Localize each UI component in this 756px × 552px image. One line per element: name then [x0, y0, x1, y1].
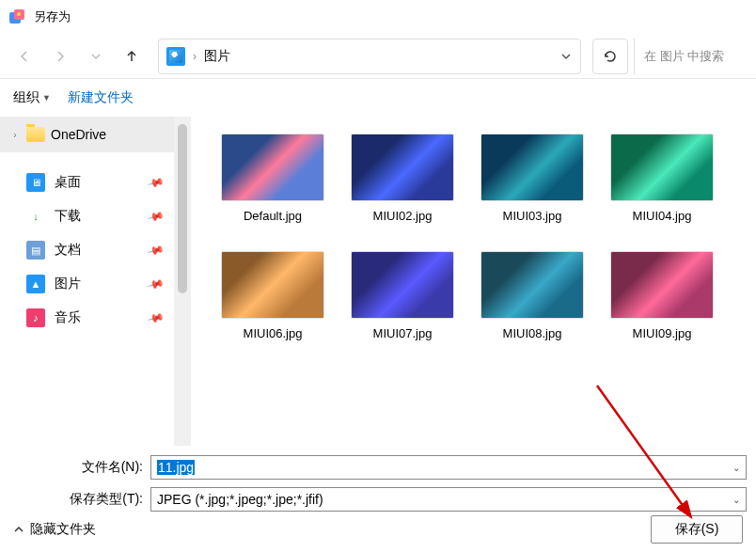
file-item[interactable]: MIUI06.jpg — [208, 251, 338, 340]
breadcrumb-separator-icon: › — [193, 50, 197, 63]
folder-icon — [26, 127, 45, 142]
hide-folders-button[interactable]: 隐藏文件夹 — [13, 521, 96, 538]
file-thumbnail — [351, 134, 454, 201]
file-name: MIUI06.jpg — [244, 326, 303, 340]
sidebar-icon: ▲ — [26, 275, 45, 293]
sidebar-item[interactable]: ♪音乐📌 — [0, 301, 174, 335]
file-item[interactable]: MIUI03.jpg — [467, 134, 597, 223]
file-name: MIUI02.jpg — [373, 209, 433, 223]
chevron-down-icon[interactable]: ⌄ — [732, 495, 740, 505]
recent-dropdown[interactable] — [81, 41, 111, 71]
filename-input[interactable]: 11.jpg ⌄ — [150, 455, 747, 480]
sidebar-item-label: 下载 — [55, 208, 81, 225]
refresh-button[interactable] — [592, 39, 628, 74]
sidebar-item-label: 桌面 — [55, 174, 81, 191]
sidebar-scrollbar[interactable] — [174, 117, 191, 446]
sidebar-icon: ▤ — [26, 241, 45, 260]
chevron-up-icon — [13, 524, 24, 535]
file-item[interactable]: MIUI09.jpg — [597, 251, 727, 340]
file-name: MIUI08.jpg — [503, 326, 562, 340]
chevron-down-icon[interactable]: ⌄ — [732, 463, 740, 473]
file-item[interactable]: MIUI02.jpg — [338, 134, 467, 223]
pin-icon: 📌 — [147, 207, 165, 226]
save-button[interactable]: 保存(S) — [651, 515, 743, 544]
sidebar-item[interactable]: ▤文档📌 — [0, 233, 174, 267]
sidebar: › OneDrive 🖥桌面📌↓下载📌▤文档📌▲图片📌♪音乐📌 — [0, 117, 174, 446]
sidebar-icon: ↓ — [26, 207, 45, 226]
window-title: 另存为 — [34, 8, 71, 25]
chevron-down-icon[interactable] — [559, 50, 573, 63]
file-item[interactable]: Default.jpg — [208, 134, 338, 223]
pin-icon: 📌 — [147, 275, 165, 293]
back-button[interactable] — [9, 41, 39, 71]
file-thumbnail — [610, 134, 714, 201]
nav-row: › 图片 在 图片 中搜索 — [0, 34, 756, 79]
file-name: Default.jpg — [244, 209, 302, 223]
file-thumbnail — [480, 134, 584, 201]
filetype-value: JPEG (*.jpg;*.jpeg;*.jpe;*.jfif) — [157, 492, 323, 507]
sidebar-item-label: 音乐 — [55, 309, 81, 326]
address-bar[interactable]: › 图片 — [158, 39, 581, 74]
sidebar-item-label: 图片 — [55, 276, 81, 292]
file-thumbnail — [480, 251, 584, 319]
sidebar-item[interactable]: ▲图片📌 — [0, 267, 174, 301]
pin-icon: 📌 — [147, 241, 165, 260]
new-folder-button[interactable]: 新建文件夹 — [68, 89, 134, 106]
search-input[interactable]: 在 图片 中搜索 — [634, 39, 747, 74]
scrollbar-thumb[interactable] — [178, 124, 187, 293]
pin-icon: 📌 — [147, 308, 165, 327]
file-item[interactable]: MIUI07.jpg — [338, 251, 467, 340]
toolbar: 组织 ▼ 新建文件夹 — [0, 79, 756, 117]
file-thumbnail — [351, 251, 454, 319]
filename-label: 文件名(N): — [9, 459, 150, 476]
file-thumbnail — [221, 251, 324, 319]
breadcrumb-folder[interactable]: 图片 — [204, 48, 230, 65]
chevron-down-icon: ▼ — [42, 93, 51, 103]
app-icon — [8, 8, 26, 26]
titlebar: 另存为 — [0, 0, 756, 34]
body: › OneDrive 🖥桌面📌↓下载📌▤文档📌▲图片📌♪音乐📌 Default.… — [0, 117, 756, 446]
filename-value: 11.jpg — [157, 460, 195, 475]
forward-button[interactable] — [45, 41, 75, 71]
sidebar-item-label: 文档 — [55, 242, 81, 259]
file-name: MIUI04.jpg — [633, 209, 692, 223]
filetype-label: 保存类型(T): — [9, 491, 150, 508]
up-button[interactable] — [117, 41, 147, 71]
sidebar-item[interactable]: 🖥桌面📌 — [0, 166, 174, 199]
file-item[interactable]: MIUI04.jpg — [597, 134, 727, 223]
chevron-right-icon[interactable]: › — [9, 130, 21, 140]
pictures-folder-icon — [166, 47, 185, 66]
pin-icon: 📌 — [147, 173, 165, 192]
sidebar-icon: 🖥 — [26, 173, 45, 192]
file-thumbnail — [221, 134, 324, 201]
file-thumbnail — [610, 251, 714, 319]
svg-point-2 — [17, 12, 21, 16]
footer: 隐藏文件夹 保存(S) — [0, 507, 756, 552]
sidebar-item[interactable]: ↓下载📌 — [0, 199, 174, 233]
file-pane[interactable]: Default.jpgMIUI02.jpgMIUI03.jpgMIUI04.jp… — [191, 117, 756, 446]
file-name: MIUI03.jpg — [503, 209, 562, 223]
file-item[interactable]: MIUI08.jpg — [467, 251, 597, 340]
form-area: 文件名(N): 11.jpg ⌄ 保存类型(T): JPEG (*.jpg;*.… — [0, 446, 756, 512]
sidebar-icon: ♪ — [26, 308, 45, 327]
file-name: MIUI07.jpg — [373, 326, 433, 340]
file-name: MIUI09.jpg — [633, 326, 692, 340]
sidebar-item-onedrive[interactable]: › OneDrive — [0, 117, 174, 152]
organize-menu[interactable]: 组织 ▼ — [13, 89, 51, 106]
